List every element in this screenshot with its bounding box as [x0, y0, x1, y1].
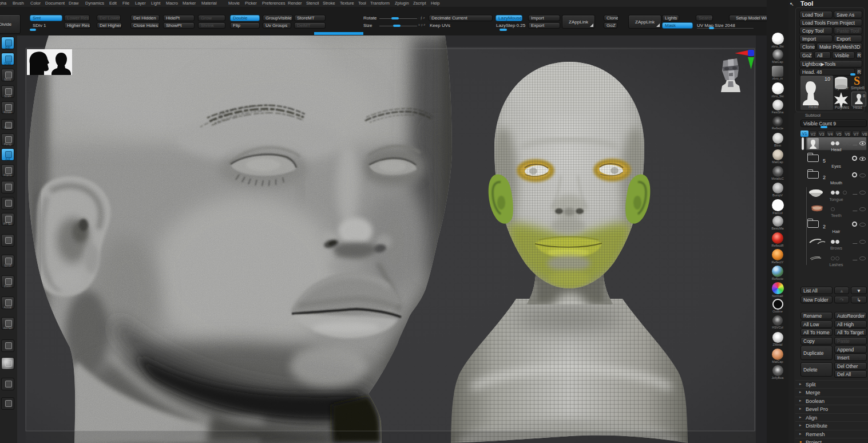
svg-text:S: S [854, 74, 860, 87]
svg-text:0: 0 [863, 94, 865, 98]
